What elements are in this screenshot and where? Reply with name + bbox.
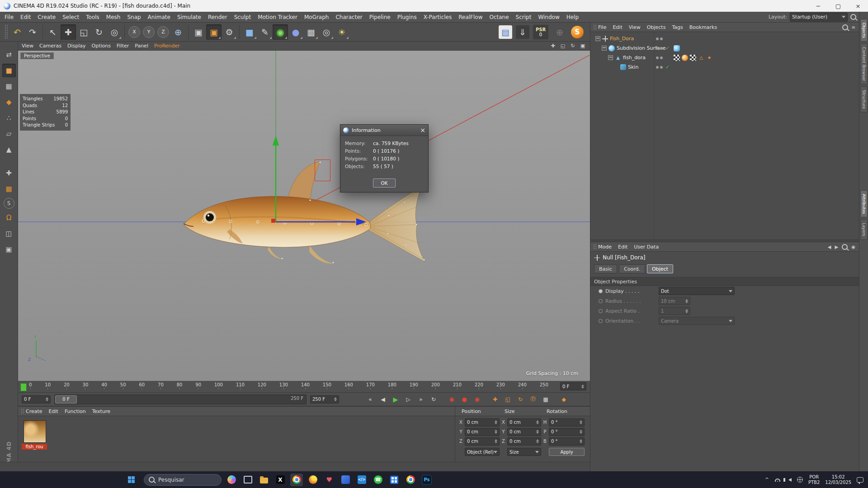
collapse-icon[interactable] — [595, 36, 600, 41]
apply-button[interactable]: Apply — [549, 448, 585, 456]
enabled-check-icon[interactable]: ✓ — [665, 45, 670, 51]
param-toggle-icon[interactable] — [599, 319, 603, 323]
am-menu-mode[interactable]: Mode — [598, 244, 612, 250]
visibility-dots[interactable] — [656, 43, 663, 53]
copilot-icon[interactable] — [225, 474, 238, 486]
menu-item[interactable]: Plugins — [397, 14, 417, 20]
tree-item-fish-dora[interactable]: Fish_Dora — [590, 34, 859, 43]
param-toggle-icon[interactable] — [599, 299, 603, 303]
camera-label[interactable]: Perspective — [20, 52, 54, 59]
visibility-dots[interactable] — [656, 62, 663, 72]
pen-spline-button[interactable]: ✎ — [257, 24, 273, 40]
minimize-button[interactable]: − — [808, 0, 828, 12]
y-axis-lock[interactable]: Y — [143, 26, 155, 38]
record-options-button[interactable]: ◉ — [471, 394, 483, 404]
visibility-dots[interactable] — [656, 53, 663, 62]
menu-item[interactable]: Tools — [86, 14, 99, 20]
layout-select[interactable]: Startup (User) — [790, 13, 848, 22]
search-icon[interactable] — [842, 244, 848, 250]
record-keyframe-button[interactable]: ◉ — [446, 394, 458, 404]
vscode-icon[interactable]: </> — [355, 474, 368, 486]
dock-tab-content-browser[interactable]: Content Browser — [860, 43, 868, 84]
object-name[interactable]: Fish_Dora — [610, 36, 634, 42]
pan-view-icon[interactable]: ✚ — [549, 42, 557, 50]
menu-item[interactable]: Edit — [20, 14, 31, 20]
menu-item[interactable]: Create — [38, 14, 56, 20]
visibility-dots[interactable] — [656, 34, 663, 43]
key-rotation-toggle[interactable]: ↻ — [514, 394, 526, 404]
axis-mode-icon[interactable]: ✚ — [2, 166, 16, 180]
material-menu-texture[interactable]: Texture — [92, 408, 110, 414]
start-button[interactable] — [125, 474, 137, 486]
menu-item[interactable]: Help — [566, 14, 579, 20]
rotate-view-icon[interactable]: ↻ — [569, 42, 576, 50]
rotate-tool[interactable]: ↻ — [91, 24, 107, 40]
filter-menu-icon[interactable]: ≡ — [852, 25, 855, 30]
material-menu-create[interactable]: Create — [26, 408, 42, 414]
coordinate-system-button[interactable]: ⊕ — [170, 24, 186, 40]
close-button[interactable]: × — [848, 0, 868, 12]
last-tool-button[interactable]: ◎ — [107, 24, 122, 40]
tree-item-skin[interactable]: Skin ✓ — [590, 62, 859, 72]
play-button[interactable]: ▶ — [390, 394, 401, 404]
edges-mode-icon[interactable]: ▱ — [2, 127, 16, 141]
viewport-menu-view[interactable]: View — [22, 43, 33, 49]
menu-item[interactable]: Select — [62, 14, 79, 20]
am-menu-edit[interactable]: Edit — [618, 244, 627, 250]
key-scale-toggle[interactable]: ◱ — [502, 394, 514, 404]
om-menu-bookmarks[interactable]: Bookmarks — [689, 24, 717, 30]
autokey-button[interactable]: ● — [458, 394, 470, 404]
weight-tag-icon[interactable]: ★ — [706, 55, 712, 61]
snap-logo-button[interactable]: S — [571, 26, 584, 38]
z-axis-lock[interactable]: Z — [157, 26, 169, 38]
playhead-marker[interactable] — [20, 383, 27, 391]
timeline-ruler[interactable]: 0102030405060708090100110120130140150160… — [18, 381, 590, 393]
dock-tab-layers[interactable]: Layers — [860, 219, 868, 240]
light-button[interactable]: ☀ — [334, 24, 349, 40]
camera-button[interactable]: ◎ — [319, 24, 334, 40]
rotation-h-field[interactable]: 0 ° — [549, 418, 585, 427]
convert-tool-icon[interactable]: ⇄ — [2, 48, 16, 61]
warning-tag-icon[interactable]: △ — [698, 55, 704, 61]
tree-item-subdivision-surface[interactable]: Subdivision Surface ✓ — [590, 43, 859, 53]
polygons-mode-icon[interactable]: ▲ — [2, 143, 16, 156]
object-name[interactable]: Skin — [628, 64, 638, 70]
redo-button[interactable]: ↷ — [25, 24, 40, 40]
network-icon[interactable] — [797, 477, 803, 483]
collapse-icon[interactable] — [602, 46, 607, 51]
x-app-icon[interactable]: X — [274, 474, 287, 486]
point-level-animation-toggle[interactable]: ▦ — [540, 394, 552, 404]
viewport-menu-panel[interactable]: Panel — [135, 43, 148, 49]
menu-item[interactable]: Octane — [489, 14, 509, 20]
blue-app-icon[interactable] — [339, 474, 352, 486]
ok-button[interactable]: OK — [373, 178, 396, 188]
x-axis-lock[interactable]: X — [128, 26, 140, 38]
menu-item[interactable]: Snap — [127, 14, 141, 20]
key-position-toggle[interactable]: ✚ — [489, 394, 501, 404]
drag-handle[interactable] — [21, 408, 24, 414]
render-picture-viewer-button[interactable]: ▣ — [206, 24, 222, 40]
menu-item[interactable]: Mesh — [106, 14, 121, 20]
size-mode-select[interactable]: Size — [507, 448, 541, 456]
perspective-viewport[interactable]: Perspective Triangles19852 Quads12 Lines… — [18, 51, 590, 381]
viewport-menu-cameras[interactable]: Cameras — [39, 43, 61, 49]
position-z-field[interactable]: 0 cm — [465, 437, 500, 446]
menu-item[interactable]: File — [5, 14, 14, 20]
goto-start-button[interactable]: « — [364, 394, 376, 404]
section-header[interactable]: Object Properties — [590, 277, 859, 286]
search-icon[interactable] — [842, 24, 848, 30]
dock-tab-attributes[interactable]: Attributes — [860, 190, 868, 217]
firefox-icon[interactable] — [307, 474, 319, 486]
workplane-lock-icon[interactable]: ▣ — [2, 243, 16, 256]
viewport-menu-filter[interactable]: Filter — [117, 43, 129, 49]
dialog-titlebar[interactable]: Information × — [340, 125, 428, 136]
points-mode-icon[interactable]: ∴ — [2, 111, 16, 125]
texture-mode-icon[interactable]: ▦ — [2, 80, 16, 93]
range-end-field[interactable]: 250 F — [310, 395, 339, 404]
size-z-field[interactable]: 0 cm — [507, 437, 541, 446]
material-menu-function[interactable]: Function — [65, 408, 86, 414]
tab-coord[interactable]: Coord. — [619, 264, 645, 273]
model-mode-icon[interactable]: ■ — [2, 64, 16, 77]
file-explorer-icon[interactable] — [258, 474, 270, 486]
photoshop-icon[interactable]: Ps — [420, 474, 433, 486]
